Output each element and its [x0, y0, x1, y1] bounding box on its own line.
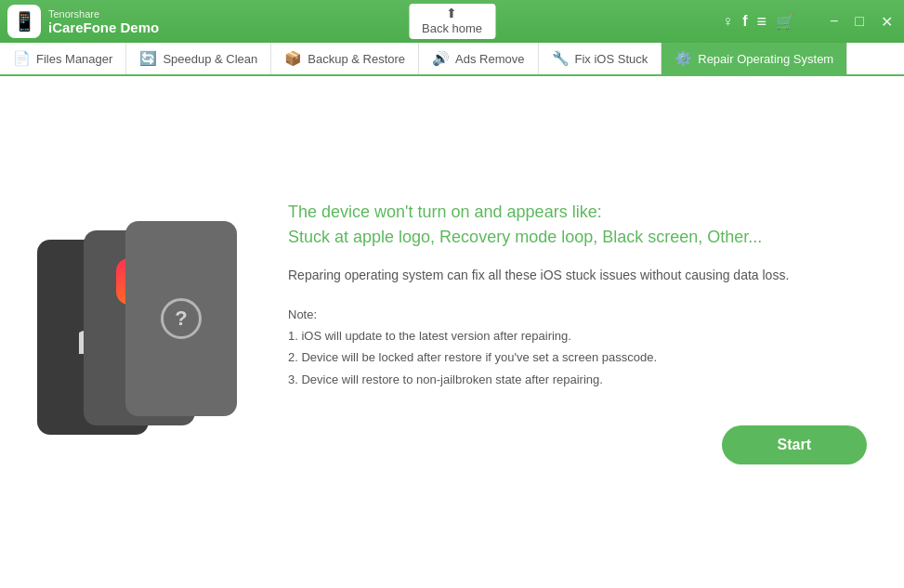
menu-icon[interactable]: ≡ — [756, 12, 766, 32]
speedup-clean-icon: 🔄 — [139, 50, 157, 67]
app-name: Tenorshare iCareFone Demo — [48, 8, 159, 35]
tabbar: 📄 Files Manager 🔄 Speedup & Clean 📦 Back… — [0, 43, 904, 76]
product-name: iCareFone Demo — [48, 20, 159, 35]
back-home-label: Back home — [422, 21, 482, 35]
tab-backup-restore[interactable]: 📦 Backup & Restore — [271, 43, 419, 74]
tab-files-manager-label: Files Manager — [36, 52, 112, 66]
note-item-2: 2. Device will be locked after restore i… — [288, 348, 867, 367]
window-controls: − □ ✕ — [826, 11, 897, 33]
note-label: Note: — [288, 307, 867, 321]
titlebar-icons: ♀ f ≡ 🛒 — [722, 12, 794, 32]
tab-speedup-clean-label: Speedup & Clean — [163, 52, 257, 66]
device-card-question: ? — [125, 221, 237, 416]
repair-os-icon: ⚙️ — [675, 50, 692, 67]
tab-ads-remove-label: Ads Remove — [455, 52, 524, 66]
facebook-icon[interactable]: f — [742, 13, 747, 30]
description-text: Reparing operating system can fix all th… — [288, 265, 867, 285]
device-illustration: ♫ ? — [37, 221, 242, 444]
tab-repair-os-label: Repair Operating System — [698, 52, 833, 66]
headline-line2: Stuck at apple logo, Recovery mode loop,… — [288, 225, 867, 250]
tab-speedup-clean[interactable]: 🔄 Speedup & Clean — [126, 43, 271, 74]
content-area: The device won't turn on and appears lik… — [288, 200, 867, 465]
user-icon[interactable]: ♀ — [722, 13, 733, 30]
tab-fix-ios-stuck[interactable]: 🔧 Fix iOS Stuck — [539, 43, 662, 74]
minimize-button[interactable]: − — [826, 11, 842, 32]
fix-ios-stuck-icon: 🔧 — [552, 50, 570, 67]
tab-fix-ios-stuck-label: Fix iOS Stuck — [575, 52, 649, 66]
files-manager-icon: 📄 — [13, 50, 31, 67]
cart-icon[interactable]: 🛒 — [776, 13, 794, 31]
note-item-3: 3. Device will restore to non-jailbroken… — [288, 371, 867, 389]
tab-ads-remove[interactable]: 🔊 Ads Remove — [419, 43, 538, 74]
tab-repair-operating-system[interactable]: ⚙️ Repair Operating System — [662, 43, 847, 74]
titlebar: 📱 Tenorshare iCareFone Demo ⬆ Back home … — [0, 0, 904, 43]
headline: The device won't turn on and appears lik… — [288, 200, 867, 250]
tab-files-manager[interactable]: 📄 Files Manager — [0, 43, 126, 74]
tab-backup-restore-label: Backup & Restore — [308, 52, 405, 66]
back-home-arrow-icon: ⬆ — [446, 6, 457, 20]
app-logo-icon: 📱 — [7, 5, 41, 38]
ads-remove-icon: 🔊 — [432, 50, 450, 67]
start-button-wrapper: Start — [288, 425, 867, 464]
headline-line1: The device won't turn on and appears lik… — [288, 200, 867, 225]
question-mark-icon: ? — [161, 298, 202, 339]
notes-section: Note: 1. iOS will update to the latest v… — [288, 307, 867, 393]
note-item-1: 1. iOS will update to the latest version… — [288, 327, 867, 346]
main-content: ♫ ? The device won't turn on and appears… — [0, 76, 904, 588]
backup-restore-icon: 📦 — [284, 50, 302, 67]
back-home-button[interactable]: ⬆ Back home — [409, 4, 495, 39]
close-button[interactable]: ✕ — [877, 11, 897, 33]
start-button[interactable]: Start — [722, 425, 867, 464]
logo-area: 📱 Tenorshare iCareFone Demo — [7, 5, 159, 38]
company-name: Tenorshare — [48, 8, 159, 20]
maximize-button[interactable]: □ — [851, 11, 868, 32]
